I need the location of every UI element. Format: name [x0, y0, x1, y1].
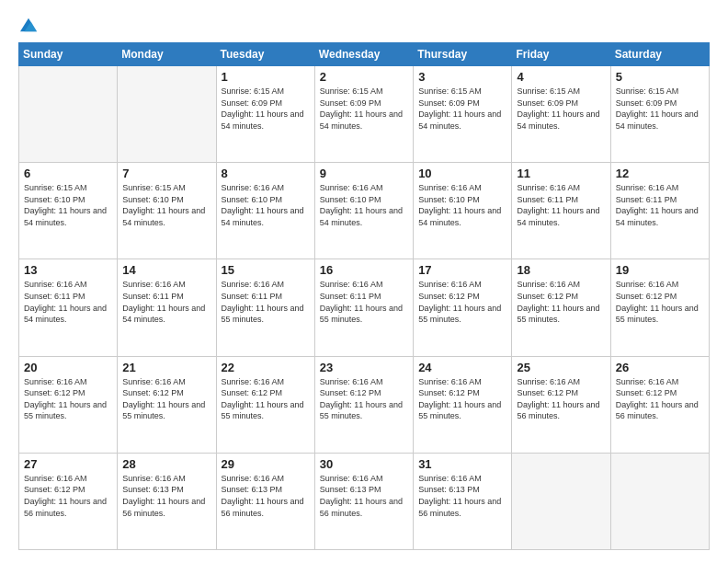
week-row-4: 20Sunrise: 6:16 AM Sunset: 6:12 PM Dayli… — [19, 356, 710, 453]
day-cell — [19, 66, 118, 163]
weekday-tuesday: Tuesday — [216, 43, 314, 66]
day-cell: 2Sunrise: 6:15 AM Sunset: 6:09 PM Daylig… — [314, 66, 413, 163]
day-info: Sunrise: 6:15 AM Sunset: 6:10 PM Dayligh… — [122, 182, 210, 228]
day-number: 20 — [24, 361, 112, 374]
day-cell: 30Sunrise: 6:16 AM Sunset: 6:13 PM Dayli… — [314, 453, 413, 549]
day-number: 24 — [418, 361, 506, 374]
header — [18, 17, 710, 33]
day-number: 22 — [222, 361, 310, 374]
day-info: Sunrise: 6:16 AM Sunset: 6:11 PM Dayligh… — [517, 182, 605, 228]
day-info: Sunrise: 6:16 AM Sunset: 6:11 PM Dayligh… — [222, 279, 310, 325]
day-number: 2 — [320, 70, 408, 84]
day-number: 26 — [616, 361, 704, 374]
day-number: 9 — [320, 167, 408, 180]
day-info: Sunrise: 6:15 AM Sunset: 6:09 PM Dayligh… — [517, 86, 605, 132]
weekday-wednesday: Wednesday — [314, 43, 413, 66]
day-info: Sunrise: 6:16 AM Sunset: 6:12 PM Dayligh… — [616, 376, 704, 422]
day-info: Sunrise: 6:16 AM Sunset: 6:11 PM Dayligh… — [320, 279, 408, 325]
day-info: Sunrise: 6:16 AM Sunset: 6:12 PM Dayligh… — [24, 376, 112, 422]
day-number: 4 — [517, 70, 605, 84]
weekday-saturday: Saturday — [610, 43, 709, 66]
day-number: 6 — [24, 167, 112, 180]
day-cell — [512, 453, 610, 549]
day-number: 27 — [24, 457, 112, 471]
day-number: 17 — [418, 263, 506, 277]
day-cell: 25Sunrise: 6:16 AM Sunset: 6:12 PM Dayli… — [512, 356, 610, 453]
day-info: Sunrise: 6:16 AM Sunset: 6:12 PM Dayligh… — [418, 279, 506, 325]
day-cell: 1Sunrise: 6:15 AM Sunset: 6:09 PM Daylig… — [216, 66, 314, 163]
day-info: Sunrise: 6:16 AM Sunset: 6:11 PM Dayligh… — [24, 279, 112, 325]
day-info: Sunrise: 6:16 AM Sunset: 6:10 PM Dayligh… — [222, 182, 310, 228]
day-info: Sunrise: 6:15 AM Sunset: 6:09 PM Dayligh… — [222, 86, 310, 132]
day-cell: 26Sunrise: 6:16 AM Sunset: 6:12 PM Dayli… — [610, 356, 709, 453]
day-number: 5 — [616, 70, 704, 84]
day-number: 3 — [418, 70, 506, 84]
day-cell: 11Sunrise: 6:16 AM Sunset: 6:11 PM Dayli… — [512, 163, 610, 259]
day-info: Sunrise: 6:16 AM Sunset: 6:13 PM Dayligh… — [222, 473, 310, 519]
day-cell: 23Sunrise: 6:16 AM Sunset: 6:12 PM Dayli… — [314, 356, 413, 453]
day-number: 8 — [222, 167, 310, 180]
day-number: 21 — [122, 361, 210, 374]
day-info: Sunrise: 6:16 AM Sunset: 6:12 PM Dayligh… — [320, 376, 408, 422]
day-cell: 9Sunrise: 6:16 AM Sunset: 6:10 PM Daylig… — [314, 163, 413, 259]
week-row-2: 6Sunrise: 6:15 AM Sunset: 6:10 PM Daylig… — [19, 163, 710, 259]
day-cell: 12Sunrise: 6:16 AM Sunset: 6:11 PM Dayli… — [610, 163, 709, 259]
day-info: Sunrise: 6:16 AM Sunset: 6:12 PM Dayligh… — [122, 376, 210, 422]
day-cell: 31Sunrise: 6:16 AM Sunset: 6:13 PM Dayli… — [414, 453, 512, 549]
day-number: 13 — [24, 263, 112, 277]
day-info: Sunrise: 6:16 AM Sunset: 6:12 PM Dayligh… — [517, 279, 605, 325]
day-number: 29 — [222, 457, 310, 471]
day-number: 18 — [517, 263, 605, 277]
day-cell: 21Sunrise: 6:16 AM Sunset: 6:12 PM Dayli… — [118, 356, 216, 453]
weekday-sunday: Sunday — [19, 43, 118, 66]
day-cell: 17Sunrise: 6:16 AM Sunset: 6:12 PM Dayli… — [414, 259, 512, 356]
logo — [18, 17, 37, 33]
day-number: 14 — [122, 263, 210, 277]
day-info: Sunrise: 6:16 AM Sunset: 6:12 PM Dayligh… — [418, 376, 506, 422]
page: SundayMondayTuesdayWednesdayThursdayFrid… — [0, 0, 728, 563]
weekday-friday: Friday — [512, 43, 610, 66]
calendar-table: SundayMondayTuesdayWednesdayThursdayFrid… — [18, 42, 710, 550]
week-row-1: 1Sunrise: 6:15 AM Sunset: 6:09 PM Daylig… — [19, 66, 710, 163]
day-number: 11 — [517, 167, 605, 180]
day-number: 10 — [418, 167, 506, 180]
week-row-5: 27Sunrise: 6:16 AM Sunset: 6:12 PM Dayli… — [19, 453, 710, 549]
week-row-3: 13Sunrise: 6:16 AM Sunset: 6:11 PM Dayli… — [19, 259, 710, 356]
day-info: Sunrise: 6:16 AM Sunset: 6:11 PM Dayligh… — [122, 279, 210, 325]
day-info: Sunrise: 6:16 AM Sunset: 6:12 PM Dayligh… — [222, 376, 310, 422]
day-cell: 20Sunrise: 6:16 AM Sunset: 6:12 PM Dayli… — [19, 356, 118, 453]
day-number: 31 — [418, 457, 506, 471]
day-cell: 5Sunrise: 6:15 AM Sunset: 6:09 PM Daylig… — [610, 66, 709, 163]
day-cell: 3Sunrise: 6:15 AM Sunset: 6:09 PM Daylig… — [414, 66, 512, 163]
day-cell: 27Sunrise: 6:16 AM Sunset: 6:12 PM Dayli… — [19, 453, 118, 549]
day-cell: 29Sunrise: 6:16 AM Sunset: 6:13 PM Dayli… — [216, 453, 314, 549]
day-cell: 15Sunrise: 6:16 AM Sunset: 6:11 PM Dayli… — [216, 259, 314, 356]
day-info: Sunrise: 6:15 AM Sunset: 6:09 PM Dayligh… — [320, 86, 408, 132]
weekday-thursday: Thursday — [414, 43, 512, 66]
day-cell: 24Sunrise: 6:16 AM Sunset: 6:12 PM Dayli… — [414, 356, 512, 453]
day-cell: 6Sunrise: 6:15 AM Sunset: 6:10 PM Daylig… — [19, 163, 118, 259]
logo-text — [18, 17, 37, 33]
day-number: 7 — [122, 167, 210, 180]
day-number: 19 — [616, 263, 704, 277]
day-cell: 8Sunrise: 6:16 AM Sunset: 6:10 PM Daylig… — [216, 163, 314, 259]
weekday-header-row: SundayMondayTuesdayWednesdayThursdayFrid… — [19, 43, 710, 66]
day-number: 30 — [320, 457, 408, 471]
logo-icon — [20, 17, 37, 33]
day-cell — [118, 66, 216, 163]
day-info: Sunrise: 6:16 AM Sunset: 6:13 PM Dayligh… — [122, 473, 210, 519]
day-info: Sunrise: 6:15 AM Sunset: 6:09 PM Dayligh… — [616, 86, 704, 132]
day-info: Sunrise: 6:16 AM Sunset: 6:10 PM Dayligh… — [320, 182, 408, 228]
day-cell: 18Sunrise: 6:16 AM Sunset: 6:12 PM Dayli… — [512, 259, 610, 356]
day-number: 16 — [320, 263, 408, 277]
day-number: 1 — [222, 70, 310, 84]
day-info: Sunrise: 6:15 AM Sunset: 6:09 PM Dayligh… — [418, 86, 506, 132]
day-number: 15 — [222, 263, 310, 277]
day-cell: 4Sunrise: 6:15 AM Sunset: 6:09 PM Daylig… — [512, 66, 610, 163]
day-info: Sunrise: 6:16 AM Sunset: 6:11 PM Dayligh… — [616, 182, 704, 228]
day-number: 23 — [320, 361, 408, 374]
day-cell: 7Sunrise: 6:15 AM Sunset: 6:10 PM Daylig… — [118, 163, 216, 259]
day-cell — [610, 453, 709, 549]
day-info: Sunrise: 6:16 AM Sunset: 6:13 PM Dayligh… — [320, 473, 408, 519]
day-cell: 19Sunrise: 6:16 AM Sunset: 6:12 PM Dayli… — [610, 259, 709, 356]
